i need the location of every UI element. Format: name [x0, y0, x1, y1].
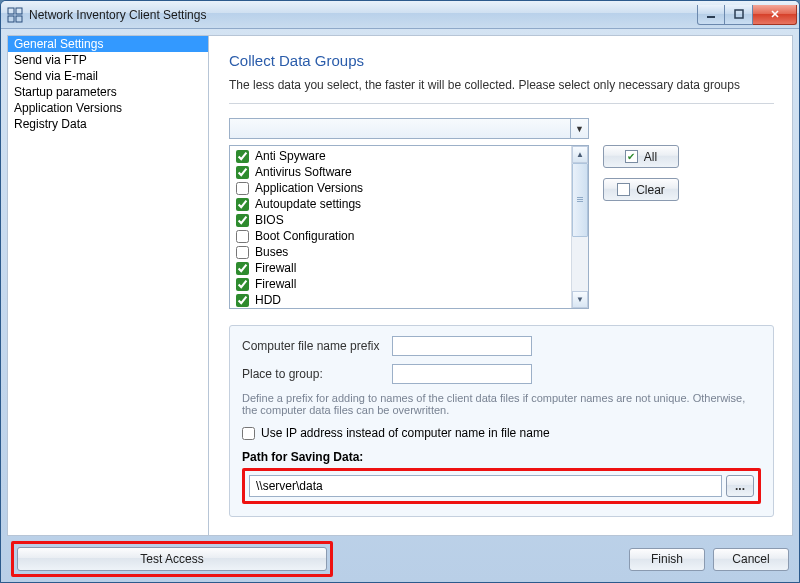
list-item[interactable]: Buses: [232, 244, 569, 260]
group-label: Buses: [255, 245, 288, 259]
check-icon: ✔: [625, 150, 638, 163]
group-filter-combo[interactable]: ▼: [229, 118, 589, 139]
test-access-button[interactable]: Test Access: [17, 547, 327, 571]
empty-check-icon: [617, 183, 630, 196]
svg-rect-4: [707, 16, 715, 18]
group-checkbox[interactable]: [236, 198, 249, 211]
sidebar-item-send-via-ftp[interactable]: Send via FTP: [8, 52, 208, 68]
maximize-button[interactable]: [725, 5, 753, 25]
path-row-highlight: ...: [242, 468, 761, 504]
scroll-thumb[interactable]: [572, 163, 588, 237]
scroll-up-button[interactable]: ▲: [572, 146, 588, 163]
group-label: HDD: [255, 293, 281, 307]
section-heading: Collect Data Groups: [229, 52, 774, 69]
data-groups-list[interactable]: Anti SpywareAntivirus SoftwareApplicatio…: [229, 145, 589, 309]
titlebar[interactable]: Network Inventory Client Settings: [1, 1, 799, 29]
group-checkbox[interactable]: [236, 294, 249, 307]
test-access-label: Test Access: [140, 552, 203, 566]
use-ip-label[interactable]: Use IP address instead of computer name …: [261, 426, 550, 440]
ellipsis-icon: ...: [735, 479, 745, 493]
group-label: Place to group:: [242, 367, 382, 381]
group-label: Boot Configuration: [255, 229, 354, 243]
app-icon: [7, 7, 23, 23]
window-title: Network Inventory Client Settings: [29, 8, 697, 22]
clear-label: Clear: [636, 183, 665, 197]
sidebar-item-general-settings[interactable]: General Settings: [8, 36, 208, 52]
separator: [229, 103, 774, 104]
cancel-label: Cancel: [732, 552, 769, 566]
svg-rect-0: [8, 8, 14, 14]
close-button[interactable]: [753, 5, 797, 25]
minimize-button[interactable]: [697, 5, 725, 25]
path-label: Path for Saving Data:: [242, 450, 761, 464]
settings-window: Network Inventory Client Settings Genera…: [0, 0, 800, 583]
group-label: Antivirus Software: [255, 165, 352, 179]
clear-button[interactable]: Clear: [603, 178, 679, 201]
list-item[interactable]: Antivirus Software: [232, 164, 569, 180]
svg-rect-3: [16, 16, 22, 22]
section-intro: The less data you select, the faster it …: [229, 77, 774, 93]
group-label: Application Versions: [255, 181, 363, 195]
prefix-label: Computer file name prefix: [242, 339, 382, 353]
list-item[interactable]: Autoupdate settings: [232, 196, 569, 212]
select-all-button[interactable]: ✔ All: [603, 145, 679, 168]
chevron-down-icon: ▼: [570, 119, 588, 138]
group-checkbox[interactable]: [236, 214, 249, 227]
list-item[interactable]: BIOS: [232, 212, 569, 228]
finish-label: Finish: [651, 552, 683, 566]
footer: Test Access Finish Cancel: [1, 542, 799, 582]
svg-rect-2: [8, 16, 14, 22]
sidebar-item-registry-data[interactable]: Registry Data: [8, 116, 208, 132]
list-item[interactable]: Firewall: [232, 276, 569, 292]
use-ip-checkbox[interactable]: [242, 427, 255, 440]
group-label: Anti Spyware: [255, 149, 326, 163]
select-all-label: All: [644, 150, 657, 164]
window-controls: [697, 5, 797, 25]
list-item[interactable]: HDD: [232, 292, 569, 308]
main-panel: Collect Data Groups The less data you se…: [209, 36, 792, 535]
svg-rect-1: [16, 8, 22, 14]
list-item[interactable]: Anti Spyware: [232, 148, 569, 164]
group-checkbox[interactable]: [236, 278, 249, 291]
prefix-input[interactable]: [392, 336, 532, 356]
group-checkbox[interactable]: [236, 150, 249, 163]
sidebar-item-send-via-e-mail[interactable]: Send via E-mail: [8, 68, 208, 84]
group-label: BIOS: [255, 213, 284, 227]
sidebar-item-application-versions[interactable]: Application Versions: [8, 100, 208, 116]
group-checkbox[interactable]: [236, 246, 249, 259]
test-access-highlight: Test Access: [11, 541, 333, 577]
finish-button[interactable]: Finish: [629, 548, 705, 571]
group-checkbox[interactable]: [236, 262, 249, 275]
file-settings-panel: Computer file name prefix Place to group…: [229, 325, 774, 517]
list-item[interactable]: Boot Configuration: [232, 228, 569, 244]
svg-rect-5: [735, 10, 743, 18]
scroll-down-button[interactable]: ▼: [572, 291, 588, 308]
group-input[interactable]: [392, 364, 532, 384]
prefix-hint: Define a prefix for adding to names of t…: [242, 392, 761, 416]
group-label: Autoupdate settings: [255, 197, 361, 211]
sidebar: General SettingsSend via FTPSend via E-m…: [8, 36, 209, 535]
scrollbar[interactable]: ▲ ▼: [571, 146, 588, 308]
group-label: Firewall: [255, 277, 296, 291]
group-label: Firewall: [255, 261, 296, 275]
group-checkbox[interactable]: [236, 166, 249, 179]
client-area: General SettingsSend via FTPSend via E-m…: [7, 35, 793, 536]
list-item[interactable]: Application Versions: [232, 180, 569, 196]
sidebar-item-startup-parameters[interactable]: Startup parameters: [8, 84, 208, 100]
browse-button[interactable]: ...: [726, 475, 754, 497]
group-checkbox[interactable]: [236, 230, 249, 243]
list-item[interactable]: Firewall: [232, 260, 569, 276]
group-checkbox[interactable]: [236, 182, 249, 195]
path-input[interactable]: [249, 475, 722, 497]
cancel-button[interactable]: Cancel: [713, 548, 789, 571]
scroll-track[interactable]: [572, 163, 588, 291]
